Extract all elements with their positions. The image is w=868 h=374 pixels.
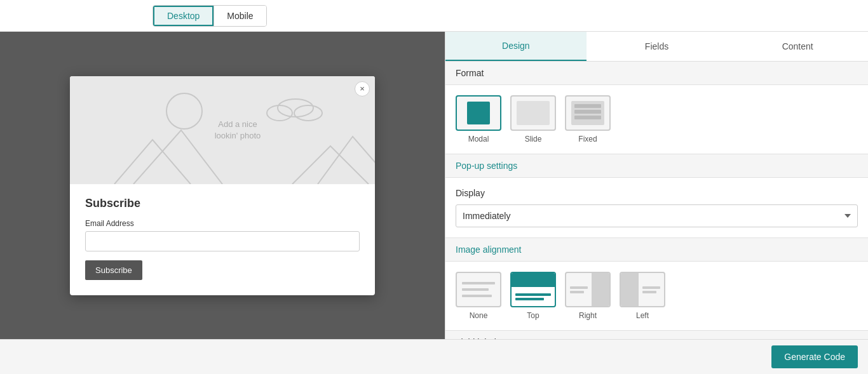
modal-title: Subscribe — [85, 197, 360, 210]
image-placeholder-text: Add a nice lookin' photo — [215, 118, 261, 141]
format-modal-label: Modal — [468, 135, 489, 144]
desktop-button[interactable]: Desktop — [153, 6, 214, 26]
slide-icon-shape — [517, 101, 550, 125]
subscribe-button[interactable]: Subscribe — [85, 260, 142, 280]
preview-panel: × — [0, 32, 445, 339]
bottom-bar: Generate Code — [0, 339, 868, 374]
display-select[interactable]: Immediately After delay On scroll On exi… — [456, 204, 858, 227]
left-line-2 — [642, 291, 656, 293]
align-left-label: Left — [636, 311, 649, 320]
image-placeholder: Add a nice lookin' photo — [70, 76, 375, 184]
left-image-block — [621, 273, 639, 306]
settings-content[interactable]: Format Modal Slide — [445, 62, 868, 339]
align-right-icon — [565, 272, 611, 307]
top-image-bar — [512, 273, 555, 287]
display-section: Display Immediately After delay On scrol… — [445, 178, 868, 237]
align-option-none[interactable]: None — [456, 272, 501, 320]
tab-fields[interactable]: Fields — [587, 32, 728, 61]
left-line-1 — [642, 286, 660, 289]
fixed-icon-shape — [571, 101, 604, 125]
fixed-bar-2 — [574, 110, 601, 114]
format-options: Modal Slide — [445, 85, 868, 154]
email-input[interactable] — [85, 231, 360, 251]
tab-design[interactable]: Design — [445, 32, 587, 61]
align-right-label: Right — [579, 311, 597, 320]
main-content: × — [0, 32, 868, 339]
align-option-right[interactable]: Right — [565, 272, 611, 320]
align-top-label: Top — [527, 311, 539, 320]
image-alignment-header: Image alignment — [445, 237, 868, 262]
format-fixed-icon — [565, 95, 611, 131]
top-bar: Desktop Mobile — [0, 0, 868, 32]
top-line-1 — [515, 293, 551, 296]
align-top-icon — [510, 272, 556, 307]
align-options: None Top — [445, 262, 868, 330]
align-option-left[interactable]: Left — [620, 272, 665, 320]
format-option-fixed[interactable]: Fixed — [565, 95, 611, 144]
left-lines — [639, 273, 664, 306]
format-slide-icon — [510, 95, 556, 131]
field-labels-header[interactable]: Field labels ▼ — [445, 330, 868, 339]
modal-preview: × — [70, 76, 375, 295]
right-lines — [566, 273, 592, 306]
modal-form: Subscribe Email Address Subscribe — [70, 184, 375, 295]
fixed-bar-3 — [574, 116, 601, 119]
tab-content[interactable]: Content — [727, 32, 868, 61]
align-none-icon — [456, 272, 501, 307]
modal-close-button[interactable]: × — [355, 81, 370, 97]
display-label: Display — [456, 188, 858, 198]
modal-icon-shape — [467, 102, 490, 124]
top-lines — [512, 287, 555, 306]
format-fixed-label: Fixed — [578, 135, 597, 144]
settings-tabs: Design Fields Content — [445, 32, 868, 62]
align-option-top[interactable]: Top — [510, 272, 556, 320]
align-left-icon — [620, 272, 665, 307]
format-option-modal[interactable]: Modal — [456, 95, 501, 144]
format-section-header: Format — [445, 62, 868, 85]
email-label: Email Address — [85, 219, 360, 228]
right-line-1 — [570, 286, 588, 289]
format-modal-icon — [456, 95, 501, 131]
top-line-2 — [515, 298, 544, 300]
format-slide-label: Slide — [525, 135, 542, 144]
right-image-block — [592, 273, 609, 306]
right-line-2 — [570, 291, 584, 293]
fixed-bar-1 — [574, 104, 601, 108]
mobile-button[interactable]: Mobile — [214, 6, 266, 26]
generate-code-button[interactable]: Generate Code — [771, 345, 858, 368]
popup-settings-header: Pop-up settings — [445, 154, 868, 178]
align-none-label: None — [470, 311, 488, 320]
settings-panel: Design Fields Content Format Modal — [445, 32, 868, 339]
view-toggle: Desktop Mobile — [153, 5, 267, 27]
format-option-slide[interactable]: Slide — [510, 95, 556, 144]
